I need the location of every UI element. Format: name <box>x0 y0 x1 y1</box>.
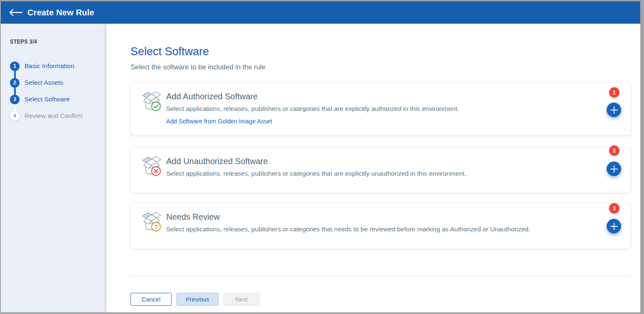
previous-button[interactable]: Previous <box>177 293 218 306</box>
card-text: Needs Review Select applications, releas… <box>166 212 530 233</box>
back-arrow-icon <box>9 9 23 16</box>
step-review-and-confirm[interactable]: 4 Review and Confirm <box>10 108 106 124</box>
wizard-steps-sidebar: STEPS 3/4 1 Basic Information 2 Select A… <box>1 24 106 312</box>
back-button[interactable] <box>7 4 24 21</box>
wizard-footer: Cancel Previous Next <box>130 293 640 306</box>
page-title: Create New Rule <box>27 8 94 17</box>
card-title: Needs Review <box>166 212 530 222</box>
step-label: Review and Confirm <box>25 112 83 120</box>
card-text: Add Unauthorized Software Select applica… <box>166 157 466 177</box>
box-with-check-icon <box>140 89 163 113</box>
cancel-button[interactable]: Cancel <box>130 293 172 306</box>
card-description: Select applications, releases, publisher… <box>166 105 459 113</box>
step-number-badge: 4 <box>10 111 20 121</box>
step-select-software[interactable]: 3 Select Software <box>10 91 106 108</box>
section-subtitle: Select the software to be included in th… <box>130 63 640 71</box>
add-unauthorized-software-button[interactable] <box>607 162 621 176</box>
add-unauthorized-software-card: Add Unauthorized Software Select applica… <box>130 147 631 193</box>
section-title: Select Software <box>130 45 640 58</box>
step-label: Basic Information <box>25 62 74 70</box>
question-mark-glyph: ? <box>154 223 158 230</box>
create-new-rule-window: Create New Rule STEPS 3/4 1 Basic Inform… <box>1 1 640 312</box>
box-with-question-icon: ? <box>140 210 163 233</box>
card-description: Select applications, releases, publisher… <box>166 226 530 233</box>
next-button[interactable]: Next <box>224 293 260 306</box>
card-description: Select applications, releases, publisher… <box>166 170 466 177</box>
steps-progress-label: STEPS 3/4 <box>10 38 37 45</box>
card-title: Add Unauthorized Software <box>166 157 466 166</box>
add-authorized-software-button[interactable] <box>607 103 621 117</box>
main-content: Select Software Select the software to b… <box>106 24 640 312</box>
count-badge: 1 <box>609 87 619 98</box>
step-label: Select Assets <box>25 79 63 86</box>
software-option-cards: Add Authorized Software Select applicati… <box>130 83 640 249</box>
box-with-cross-icon <box>140 154 163 177</box>
golden-image-asset-link[interactable]: Add Software from Golden Image Asset <box>166 118 272 125</box>
card-text: Add Authorized Software Select applicati… <box>166 92 459 125</box>
count-badge: 2 <box>609 145 619 156</box>
step-number-badge: 3 <box>10 95 20 104</box>
count-badge: 3 <box>609 203 619 213</box>
step-number-badge: 2 <box>10 78 20 88</box>
step-label: Select Software <box>25 96 70 103</box>
card-title: Add Authorized Software <box>166 92 459 101</box>
step-basic-information[interactable]: 1 Basic Information <box>10 58 106 74</box>
app-header: Create New Rule <box>1 1 640 24</box>
step-select-assets[interactable]: 2 Select Assets <box>10 74 106 91</box>
window-frame: Create New Rule STEPS 3/4 1 Basic Inform… <box>0 0 644 314</box>
footer-divider <box>130 276 631 277</box>
wizard-stepper: 1 Basic Information 2 Select Assets 3 Se… <box>10 58 106 124</box>
step-number-badge: 1 <box>10 61 20 71</box>
needs-review-add-button[interactable] <box>607 219 621 233</box>
add-authorized-software-card: Add Authorized Software Select applicati… <box>130 83 631 135</box>
needs-review-card: ? Needs Review Select applications, rele… <box>130 203 631 249</box>
